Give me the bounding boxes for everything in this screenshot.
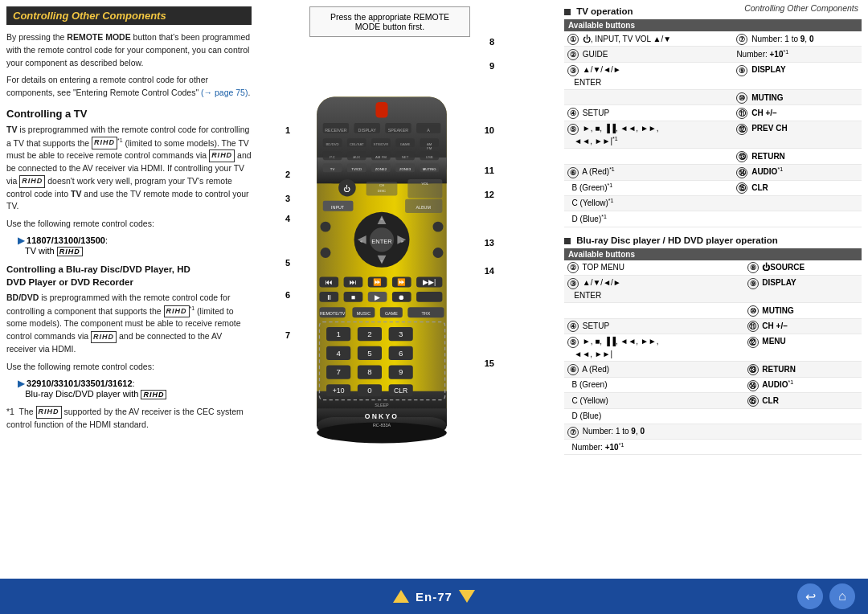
bd-available-table: Available buttons ② TOP MENU ⑧ ⏻SOURCE ③…: [564, 248, 862, 456]
svg-text:BD/DVD: BD/DVD: [326, 142, 338, 146]
back-button[interactable]: ↩: [797, 583, 823, 609]
bd-btn-left-1: ② TOP MENU: [564, 260, 744, 276]
svg-text:TV: TV: [330, 167, 335, 171]
svg-text:TV/CD: TV/CD: [351, 167, 362, 171]
table-row: D (Blue)*1: [564, 211, 862, 227]
bd-text: BD/DVD is preprogrammed with the remote …: [6, 292, 252, 356]
svg-text:P.C: P.C: [330, 155, 335, 159]
bd-btn-right-2: ⑨ DISPLAY: [744, 275, 862, 302]
svg-text:1: 1: [336, 330, 340, 338]
note-line1: Press the appropriate REMOTE: [330, 12, 449, 22]
tv-btn-right-3: ⑨ DISPLAY: [733, 62, 862, 89]
bottom-bar: En-77 ↩ ⌂: [0, 579, 868, 614]
svg-text:9: 9: [399, 367, 403, 376]
table-row: ⑤ ►, ■, ▐▐, ◄◄, ►►, ◄◄, ►►| ⑫ MENU: [564, 334, 862, 361]
page-link[interactable]: (→ page 75): [201, 88, 248, 97]
table-row: ③ ▲/▼/◄/► ENTER ⑨ DISPLAY: [564, 62, 862, 89]
callout-10: 10: [485, 125, 494, 135]
bd-btn-left-4: ④ SETUP: [564, 318, 744, 334]
svg-text:MUTING: MUTING: [423, 167, 437, 171]
callout-13: 13: [485, 238, 494, 248]
use-codes-tv: Use the following remote control codes:: [6, 218, 252, 231]
svg-text:SPEAKER: SPEAKER: [388, 128, 409, 133]
bd-heading: Controlling a Blu-ray Disc/DVD Player, H…: [6, 263, 252, 289]
section-title: Controlling Other Components: [6, 6, 252, 25]
svg-text:⏭: ⏭: [350, 278, 357, 286]
svg-text:ZONE3: ZONE3: [399, 167, 411, 171]
tv-avail-heading: Available buttons: [564, 19, 862, 31]
svg-text:STB/DVR: STB/DVR: [374, 142, 389, 146]
callout-2: 2: [285, 170, 290, 179]
table-row: ① ⏻, INPUT, TV VOL ▲/▼ ⑦ Number: 1 to 9,…: [564, 31, 862, 47]
bd-btn-left-8: C (Yellow): [564, 393, 744, 408]
tv-op-heading: TV operation: [564, 6, 862, 16]
tv-btn-right-11: [733, 211, 862, 227]
tv-btn-left-11: D (Blue)*1: [564, 211, 733, 227]
svg-text:AUX: AUX: [353, 155, 360, 159]
callout-9: 9: [489, 61, 494, 71]
remote-image-wrapper: RECEIVER DISPLAY SPEAKER A BD/DVD CBL/SA…: [301, 45, 478, 497]
callout-8: 8: [489, 37, 494, 47]
tv-btn-right-9: ⑮ CLR: [733, 180, 862, 195]
callout-3: 3: [285, 194, 290, 203]
svg-text:CBL/SAT: CBL/SAT: [350, 142, 364, 146]
svg-text:FM: FM: [427, 146, 432, 150]
nav-down-arrow[interactable]: [459, 590, 475, 603]
intro-text-2: For details on entering a remote control…: [6, 74, 252, 100]
left-column: Controlling Other Components By pressing…: [6, 6, 252, 436]
right-column: TV operation Available buttons ① ⏻, INPU…: [564, 6, 862, 463]
svg-text:A: A: [427, 128, 430, 133]
table-row: ⑩ MUTING: [564, 303, 862, 318]
svg-text:RC-833A: RC-833A: [373, 423, 391, 428]
svg-text:MUSIC: MUSIC: [357, 311, 371, 316]
svg-text:GAME: GAME: [385, 311, 398, 316]
svg-text:CH: CH: [379, 183, 384, 187]
callout-1: 1: [285, 125, 290, 135]
bd-avail-heading: Available buttons: [564, 248, 862, 260]
rihd-logo-8: RIHD: [36, 406, 62, 419]
tv-bullet: [564, 9, 571, 15]
table-row: ④ SETUP ⑪ CH +/–: [564, 105, 862, 121]
svg-text:SLEEP: SLEEP: [375, 403, 389, 407]
svg-text:2: 2: [367, 330, 371, 338]
svg-text:⏺: ⏺: [398, 293, 405, 301]
table-row: C (Yellow)*1: [564, 195, 862, 211]
svg-text:+10: +10: [333, 387, 345, 395]
table-row: Number: +10*1: [564, 440, 862, 455]
table-row: B (Green) ⑭ AUDIO*1: [564, 377, 862, 393]
bottom-icons: ↩ ⌂: [797, 583, 855, 609]
home-button[interactable]: ⌂: [829, 583, 855, 609]
svg-text:NET: NET: [402, 155, 409, 159]
svg-text:⏻: ⏻: [343, 185, 350, 193]
svg-text:⏩: ⏩: [397, 278, 406, 287]
tv-btn-left-8: ⑥ A (Red)*1: [564, 164, 733, 180]
svg-point-71: [433, 222, 444, 232]
tv-btn-right-6: ⑫ PREV CH: [733, 121, 862, 149]
bd-btn-left-5: ⑤ ►, ■, ▐▐, ◄◄, ►►, ◄◄, ►►|: [564, 334, 744, 361]
bd-btn-left-11: Number: +10*1: [564, 440, 744, 455]
callout-4: 4: [285, 214, 290, 223]
svg-text:ALBUM: ALBUM: [416, 205, 431, 210]
tv-btn-right-8: ⑭ AUDIO*1: [733, 164, 862, 180]
intro-text-1: By pressing the REMOTE MODE button that'…: [6, 31, 252, 69]
svg-text:CLR: CLR: [394, 387, 407, 395]
svg-text:GAME: GAME: [400, 142, 411, 146]
bd-btn-left-6: ⑥ A (Red): [564, 362, 744, 377]
table-row: ④ SETUP ⑪ CH +/–: [564, 318, 862, 334]
callout-15: 15: [485, 358, 494, 368]
nav-up-arrow[interactable]: [393, 590, 409, 603]
tv-btn-left-10: C (Yellow)*1: [564, 195, 733, 211]
bd-btn-left-10: ⑦ Number: 1 to 9, 0: [564, 424, 744, 439]
rihd-logo-4: RIHD: [57, 247, 83, 256]
remote-note: Press the appropriate REMOTE MODE button…: [309, 6, 470, 37]
table-row: ③ ▲/▼/◄/► ENTER ⑨ DISPLAY: [564, 275, 862, 302]
bd-btn-right-10: [744, 424, 862, 439]
svg-text:0: 0: [367, 386, 372, 395]
rihd-logo-7: RIHD: [141, 390, 166, 399]
bd-btn-left-3: [564, 303, 744, 318]
tv-btn-right-10: [733, 195, 862, 211]
svg-text:3: 3: [399, 330, 403, 338]
svg-point-72: [433, 248, 444, 258]
svg-text:5: 5: [367, 349, 371, 358]
bd-btn-right-4: ⑪ CH +/–: [744, 318, 862, 334]
